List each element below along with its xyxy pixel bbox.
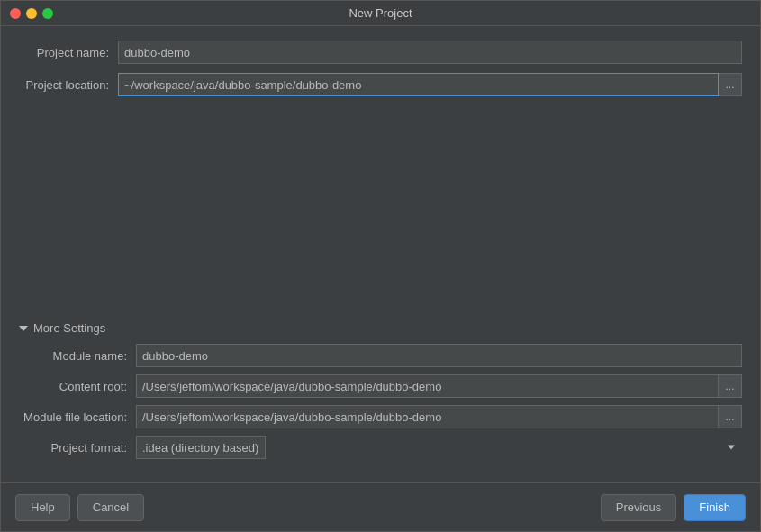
module-name-row: Module name: [19, 344, 742, 367]
module-name-label: Module name: [19, 349, 136, 363]
project-name-label: Project name: [19, 46, 118, 59]
traffic-lights [10, 8, 53, 19]
content-root-browse-button[interactable]: ... [719, 374, 742, 398]
project-location-label: Project location: [19, 78, 118, 92]
minimize-button[interactable] [26, 8, 37, 19]
content-root-row: Content root: ... [19, 374, 742, 398]
project-format-label: Project format: [19, 441, 136, 455]
module-file-location-browse-button[interactable]: ... [719, 405, 742, 428]
browse-icon: ... [725, 410, 734, 423]
finish-button[interactable]: Finish [684, 494, 746, 521]
window-title: New Project [349, 6, 412, 20]
title-bar: New Project [1, 1, 760, 26]
project-location-input[interactable] [118, 73, 719, 96]
chevron-down-icon [19, 326, 28, 331]
footer: Help Cancel Previous Finish [1, 482, 760, 531]
module-file-location-row: Module file location: ... [19, 405, 742, 428]
module-file-location-input[interactable] [136, 405, 719, 428]
previous-button[interactable]: Previous [601, 494, 677, 521]
more-settings-toggle[interactable]: More Settings [19, 321, 742, 335]
more-settings-content: Module name: Content root: ... Module fi… [19, 344, 742, 459]
project-format-select[interactable]: .idea (directory based) .ipr (file based… [136, 436, 266, 459]
content-root-label: Content root: [19, 380, 136, 393]
project-format-select-wrapper: .idea (directory based) .ipr (file based… [136, 436, 742, 459]
more-settings-section: More Settings Module name: Content root:… [19, 321, 742, 459]
more-settings-label: More Settings [33, 321, 105, 335]
content-area: Project name: Project location: ... More… [1, 26, 760, 482]
middle-spacer [19, 105, 742, 321]
footer-left-buttons: Help Cancel [15, 494, 144, 521]
content-root-input[interactable] [136, 374, 719, 398]
project-format-row: Project format: .idea (directory based) … [19, 436, 742, 459]
footer-right-buttons: Previous Finish [601, 494, 746, 521]
help-button[interactable]: Help [15, 494, 70, 521]
project-name-row: Project name: [19, 41, 742, 64]
project-location-row: Project location: ... [19, 73, 742, 96]
project-name-input[interactable] [118, 41, 742, 64]
browse-icon: ... [725, 380, 734, 392]
module-name-input[interactable] [136, 344, 742, 367]
browse-icon: ... [725, 78, 734, 91]
new-project-window: New Project Project name: Project locati… [0, 0, 761, 532]
module-file-location-label: Module file location: [19, 410, 136, 424]
maximize-button[interactable] [42, 8, 53, 19]
cancel-button[interactable]: Cancel [77, 494, 144, 521]
project-location-browse-button[interactable]: ... [719, 73, 742, 96]
close-button[interactable] [10, 8, 21, 19]
